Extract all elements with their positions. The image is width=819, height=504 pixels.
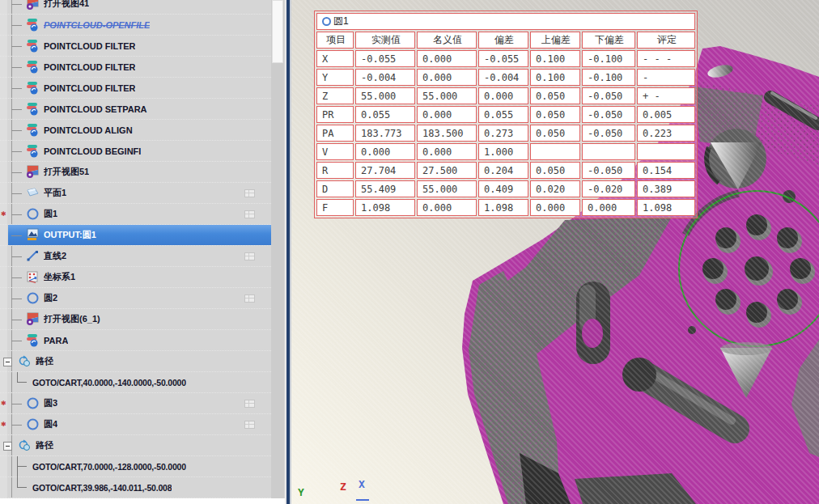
tree-item--4[interactable]: ✱圆4	[0, 414, 271, 435]
tree-item-label: POINTCLOUD FILTER	[44, 62, 135, 72]
pointcloud-icon	[26, 39, 40, 53]
cell: -0.055	[355, 50, 415, 67]
tree-item-label: 坐标系1	[44, 271, 75, 283]
tree-connector	[11, 193, 22, 194]
view-icon	[26, 312, 40, 326]
cell: 0.050	[530, 125, 580, 142]
tree-item-label: 圆4	[44, 418, 57, 430]
cell: 0.000	[417, 69, 477, 86]
datagrid-icon[interactable]	[244, 421, 255, 429]
cell: R	[316, 162, 354, 179]
cell: - - -	[637, 50, 695, 67]
panel-splitter[interactable]	[285, 0, 291, 504]
tree-item--1[interactable]: ✱圆1	[0, 204, 271, 225]
tree-item-pointcloud-filter[interactable]: POINTCLOUD FILTER	[0, 78, 271, 99]
cell	[582, 143, 635, 160]
cell: 0.100	[530, 69, 580, 86]
tree-item--[interactable]: 路径	[0, 351, 271, 372]
tree-connector	[11, 320, 22, 320]
cell: 0.000	[417, 106, 477, 123]
tree-connector	[11, 130, 22, 131]
cell: 0.409	[478, 180, 528, 197]
tree-item-label: POINTCLOUD FILTER	[44, 83, 135, 93]
tree-item-goto-cart-40-0000-140-0000-50-0000[interactable]: GOTO/CART,40.0000,-140.0000,-50.0000	[0, 372, 271, 393]
sidebar-scrollbar[interactable]	[271, 0, 284, 504]
collapse-minus-icon[interactable]	[3, 442, 12, 451]
cell: 0.389	[637, 180, 695, 197]
tree-item-pointcloud-filter[interactable]: POINTCLOUD FILTER	[0, 57, 271, 78]
cell: F	[316, 199, 354, 216]
tree-item-label: 打开视图(6_1)	[44, 313, 100, 325]
tree-connector	[11, 109, 22, 110]
tree-connector	[11, 299, 22, 299]
datagrid-icon[interactable]	[244, 400, 255, 408]
measurement-table-body: 圆1 项目实测值名义值偏差上偏差下偏差评定X-0.0550.000-0.0550…	[316, 13, 695, 216]
tree-connector	[11, 214, 22, 215]
tree-item-label: 圆3	[44, 397, 57, 409]
tree-item-pointcloud-setpara[interactable]: POINTCLOUD SETPARA	[0, 99, 271, 120]
tree-connector	[17, 456, 27, 467]
tree-item-pointcloud-align[interactable]: POINTCLOUD ALIGN	[0, 120, 271, 141]
tree-item-pointcloud-beginfi[interactable]: POINTCLOUD BEGINFI	[0, 141, 271, 162]
tree-item-label: GOTO/CART,40.0000,-140.0000,-50.0000	[32, 378, 186, 388]
table-row-y: Y-0.0040.000-0.0040.100-0.100-	[316, 69, 695, 86]
pointcloud-icon	[26, 102, 40, 116]
tree-item--2[interactable]: 直线2	[0, 246, 271, 267]
modified-marker-icon: ✱	[1, 400, 6, 407]
tree-item-label: 平面1	[44, 187, 66, 199]
collapse-minus-icon[interactable]	[3, 358, 12, 366]
tree-connector	[11, 256, 22, 257]
modified-marker-icon: ✱	[1, 421, 6, 428]
cell: 0.020	[530, 180, 580, 197]
tree-item--2[interactable]: 圆2	[0, 288, 271, 309]
datagrid-icon[interactable]	[244, 294, 255, 303]
circle-icon	[26, 417, 40, 431]
tree-item-label: POINTCLOUD FILTER	[44, 41, 135, 51]
cell: -0.050	[582, 87, 635, 104]
cell	[637, 143, 695, 160]
table-header-row: 项目实测值名义值偏差上偏差下偏差评定	[316, 32, 695, 49]
cell: 0.055	[478, 106, 528, 123]
tree-item--51[interactable]: 打开视图51	[0, 162, 271, 183]
table-title: 圆1	[333, 15, 349, 27]
3d-viewport[interactable]: 圆1 项目实测值名义值偏差上偏差下偏差评定X-0.0550.000-0.0550…	[291, 0, 819, 504]
tree-item--1[interactable]: 坐标系1	[0, 267, 271, 288]
tree-item-goto-cart-39-986-140-011-50-008[interactable]: GOTO/CART,39.986,-140.011,-50.008	[0, 477, 271, 498]
tree-connector	[17, 372, 27, 383]
tree-connector	[11, 172, 22, 173]
tree-item--3[interactable]: ✱圆3	[0, 393, 271, 414]
datagrid-icon[interactable]	[244, 252, 255, 260]
datagrid-icon[interactable]	[244, 210, 255, 218]
tree-item--6-1-[interactable]: 打开视图(6_1)	[0, 309, 271, 330]
plane-icon	[26, 186, 40, 200]
cell: 1.098	[355, 199, 415, 216]
circle-icon	[26, 207, 40, 221]
view-icon	[26, 0, 40, 11]
scrollbar-thumb[interactable]	[272, 0, 283, 63]
tree-connector	[11, 235, 22, 236]
table-row-x: X-0.0550.000-0.0550.100-0.100- - -	[316, 50, 695, 67]
path-icon	[18, 354, 32, 368]
cell: 0.000	[417, 143, 477, 160]
cell: 0.000	[530, 199, 580, 216]
table-row-z: Z55.00055.0000.0000.050-0.050+ -	[316, 87, 695, 104]
cell: -0.055	[478, 50, 528, 67]
tree-item-output-1[interactable]: OUTPUT:圆1	[0, 225, 271, 246]
cell: 0.050	[530, 106, 580, 123]
tree-item--41[interactable]: 打开视图41	[0, 0, 271, 15]
cell: 55.409	[355, 180, 415, 197]
tree-item--[interactable]: 路径	[0, 435, 271, 456]
tree-item-pointcloud-filter[interactable]: POINTCLOUD FILTER	[0, 36, 271, 57]
tree-item-pointcloud-openfile[interactable]: POINTCLOUD-OPENFILE	[0, 15, 271, 36]
datagrid-icon[interactable]	[244, 189, 255, 197]
tree-item-para[interactable]: PARA	[0, 330, 271, 351]
tree-item--1[interactable]: 平面1	[0, 183, 271, 204]
table-row-f: F1.0980.0001.0980.0000.0001.098	[316, 199, 695, 216]
cell: 1.098	[637, 199, 695, 216]
cell: + -	[637, 87, 695, 104]
cell: 55.000	[355, 87, 415, 104]
cell: 183.500	[417, 125, 477, 142]
cell: PR	[316, 106, 354, 123]
cell: 0.223	[637, 125, 695, 142]
tree-item-goto-cart-70-0000-128-0000-50-0000[interactable]: GOTO/CART,70.0000,-128.0000,-50.0000	[0, 456, 271, 477]
